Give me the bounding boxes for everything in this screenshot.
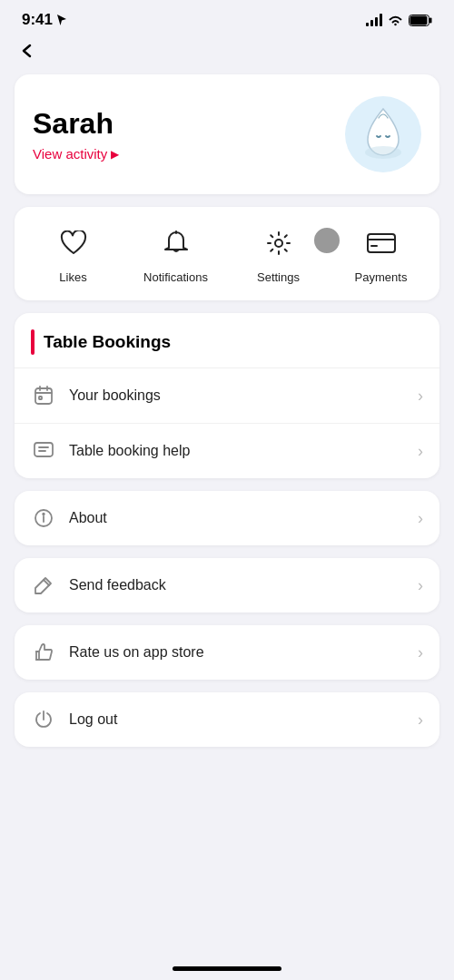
profile-name: Sarah: [33, 107, 119, 141]
avatar-illustration: [359, 105, 408, 163]
view-activity-link[interactable]: View activity ▶: [33, 146, 119, 162]
location-arrow-icon: [56, 14, 67, 26]
section-header: Table Bookings: [15, 313, 439, 368]
svg-rect-6: [368, 234, 395, 252]
chat-icon: [31, 438, 56, 464]
heart-icon: [54, 223, 94, 263]
status-bar: 9:41: [0, 0, 454, 34]
menu-item-send-feedback[interactable]: Send feedback ›: [15, 558, 439, 612]
logout-section: Log out ›: [15, 692, 439, 747]
quick-action-payments[interactable]: Payments: [330, 223, 432, 284]
calendar-icon: [31, 383, 56, 408]
chevron-right-icon: ›: [418, 643, 423, 662]
rate-us-section: Rate us on app store ›: [15, 625, 439, 680]
card-icon: [361, 223, 401, 263]
chevron-right-icon: ›: [418, 710, 423, 730]
quick-actions: Likes Notifications Settings: [15, 207, 439, 300]
settings-label: Settings: [257, 270, 300, 284]
svg-rect-14: [35, 443, 53, 456]
menu-item-about[interactable]: About ›: [15, 491, 439, 545]
table-bookings-section: Table Bookings Your bookings › Table boo…: [15, 313, 439, 478]
quick-action-notifications[interactable]: Notifications: [124, 223, 227, 284]
booking-help-label: Table booking help: [69, 443, 405, 459]
svg-point-19: [43, 514, 44, 515]
chevron-right-icon: ›: [418, 576, 423, 595]
status-icons: [366, 14, 432, 26]
menu-item-booking-help[interactable]: Table booking help ›: [15, 423, 439, 478]
quick-action-likes[interactable]: Likes: [22, 223, 124, 284]
chevron-right-icon: ›: [418, 509, 423, 528]
signal-icon: [366, 14, 382, 26]
edit-icon: [31, 573, 56, 598]
payments-label: Payments: [355, 270, 408, 284]
battery-icon: [409, 15, 432, 26]
notifications-label: Notifications: [143, 270, 208, 284]
svg-rect-1: [429, 17, 432, 23]
chevron-right-icon: ›: [418, 442, 423, 461]
svg-rect-9: [35, 388, 52, 404]
status-time: 9:41: [22, 11, 67, 29]
feedback-section: Send feedback ›: [15, 558, 439, 612]
wifi-icon: [388, 15, 403, 26]
chevron-right-icon: ›: [418, 387, 423, 406]
menu-item-logout[interactable]: Log out ›: [15, 692, 439, 747]
thumb-icon: [31, 640, 56, 665]
svg-point-3: [365, 146, 401, 159]
gear-icon: [259, 223, 299, 263]
section-title: Table Bookings: [44, 332, 171, 352]
toggle-button[interactable]: [311, 225, 342, 256]
home-indicator: [173, 966, 281, 971]
about-section: About ›: [15, 491, 439, 545]
bell-icon: [156, 223, 196, 263]
profile-info: Sarah View activity ▶: [33, 107, 119, 162]
menu-item-your-bookings[interactable]: Your bookings ›: [15, 368, 439, 423]
info-icon: [31, 505, 56, 531]
menu-item-rate-us[interactable]: Rate us on app store ›: [15, 625, 439, 680]
likes-label: Likes: [59, 270, 86, 284]
your-bookings-label: Your bookings: [69, 387, 405, 404]
rate-us-label: Rate us on app store: [69, 644, 405, 661]
svg-rect-2: [410, 15, 428, 24]
avatar: [345, 96, 421, 172]
svg-rect-13: [39, 397, 42, 399]
power-icon: [31, 707, 56, 732]
quick-action-settings[interactable]: Settings: [227, 223, 330, 284]
send-feedback-label: Send feedback: [69, 577, 405, 593]
svg-point-5: [275, 240, 282, 247]
logout-label: Log out: [69, 711, 405, 728]
about-label: About: [69, 510, 405, 526]
section-accent: [31, 329, 35, 355]
profile-card: Sarah View activity ▶: [15, 74, 439, 194]
back-button[interactable]: [0, 34, 454, 67]
